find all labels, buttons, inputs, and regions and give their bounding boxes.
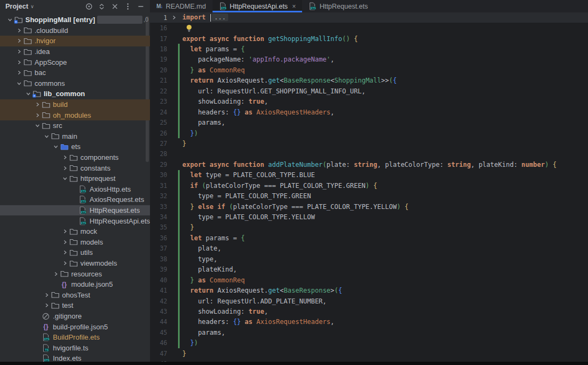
code-line[interactable]: 26 }) — [150, 128, 588, 138]
tree-item-module-json5[interactable]: {}module.json5 — [0, 279, 150, 290]
tree-item-commons[interactable]: commons — [0, 78, 150, 89]
tree-item-src[interactable]: src — [0, 120, 150, 131]
chevron-expanded-icon[interactable] — [60, 174, 69, 183]
project-dropdown[interactable]: Project — [5, 3, 28, 10]
code-line[interactable]: 20 } as CommonReq — [150, 65, 588, 75]
tree-item-lib-common[interactable]: lib_common — [0, 89, 150, 99]
tree-item-httprequestapi-ets[interactable]: ETSHttpRequestApi.ets — [0, 215, 150, 226]
code-line[interactable]: 33 } else if (plateColorType === PLATE_C… — [150, 201, 588, 212]
code-line[interactable]: 34 type = PLATE_COLOR_TYPE.YELLOW — [150, 212, 588, 222]
code-line[interactable]: 25 params, — [150, 117, 588, 127]
tree-item--cloudbuild[interactable]: .cloudbuild — [0, 25, 150, 36]
code-line[interactable]: 32 type = PLATE_COLOR_TYPE.GREEN — [150, 191, 588, 201]
code-line[interactable]: 24 headers: {} as AxiosRequestHeaders, — [150, 107, 588, 117]
chevron-collapsed-icon[interactable] — [60, 259, 69, 268]
chevron-collapsed-icon[interactable] — [42, 290, 51, 299]
fold-chevron-icon[interactable] — [172, 15, 176, 20]
tree-item-build-profile-json5[interactable]: {}build-profile.json5 — [0, 321, 150, 332]
tree-item-shoppingmall-entry-[interactable]: ShoppingMall [entry],0 — [0, 15, 150, 25]
tab-httprequestapi-ets[interactable]: ETSHttpRequestApi.ets× — [213, 0, 303, 12]
tree-item-test[interactable]: test — [0, 300, 150, 311]
tree-item-index-ets[interactable]: ETSIndex.ets — [0, 353, 150, 362]
code-line[interactable]: 46 }) — [150, 338, 588, 348]
chevron-expanded-icon[interactable] — [15, 79, 23, 87]
tree-item-components[interactable]: components — [0, 152, 150, 163]
code-line[interactable]: 18 let params = { — [150, 44, 588, 54]
hide-panel-icon[interactable] — [136, 2, 145, 10]
tree-item-axioshttp-ets[interactable]: ETSAxiosHttp.ets — [0, 184, 150, 195]
code-line[interactable]: 37 plate, — [150, 244, 588, 254]
tree-item--idea[interactable]: .idea — [0, 46, 150, 57]
code-line[interactable]: 45 params, — [150, 327, 588, 337]
chevron-collapsed-icon[interactable] — [51, 269, 60, 278]
code-line[interactable]: 1import ... — [150, 12, 588, 23]
chevron-collapsed-icon[interactable] — [42, 301, 51, 310]
code-line[interactable]: 29export async function addPlateNumber(p… — [150, 159, 588, 170]
tree-item-oh-modules[interactable]: oh_modules — [0, 110, 150, 120]
code-line[interactable]: 19 packageName: 'appInfo.packageName', — [150, 55, 588, 65]
code-line[interactable]: 31 if (plateColorType === PLATE_COLOR_TY… — [150, 180, 588, 191]
tree-item-mock[interactable]: mock — [0, 226, 150, 237]
more-options-icon[interactable] — [124, 2, 132, 10]
tree-item-axiosrequest-ets[interactable]: ETSAxiosRequest.ets — [0, 194, 150, 205]
code-line[interactable]: 41 return AxiosRequest.get<BaseResponse>… — [150, 285, 588, 295]
code-line[interactable]: 40 } as CommonReq — [150, 275, 588, 285]
tree-item-viewmodels[interactable]: viewmodels — [0, 258, 150, 269]
chevron-expanded-icon[interactable] — [42, 132, 51, 140]
chevron-collapsed-icon[interactable] — [60, 164, 69, 172]
tree-item-ohostest[interactable]: ohosTest — [0, 290, 150, 301]
tree-item-httprequest-ets[interactable]: ETSHttpRequest.ets — [0, 205, 150, 216]
code-line[interactable]: 42 url: RequestUrl.ADD_PLATE_NUMBER, — [150, 296, 588, 306]
chevron-collapsed-icon[interactable] — [15, 37, 23, 45]
tree-item-hvigorfile-ts[interactable]: TShvigorfile.ts — [0, 343, 150, 354]
tree-item-models[interactable]: models — [0, 237, 150, 248]
chevron-collapsed-icon[interactable] — [60, 248, 69, 257]
tree-item-httprequest[interactable]: httprequest — [0, 173, 150, 184]
code-line[interactable]: 35 } — [150, 222, 588, 233]
tree-item-buildprofile-ets[interactable]: ETSBuildProfile.ets — [0, 332, 150, 343]
code-line[interactable]: 44 headers: {} as AxiosRequestHeaders, — [150, 317, 588, 327]
code-line[interactable]: 28 — [150, 149, 588, 159]
code-line[interactable]: 30 let type = PLATE_COLOR_TYPE.BLUE — [150, 170, 588, 180]
tree-item-ets[interactable]: ets — [0, 141, 150, 152]
tree-item-resources[interactable]: resources — [0, 268, 150, 279]
code-line[interactable]: 27} — [150, 138, 588, 148]
code-line[interactable]: 47} — [150, 348, 588, 359]
chevron-collapsed-icon[interactable] — [15, 69, 23, 77]
tab-readme-md[interactable]: M↓README.md — [150, 0, 213, 12]
tree-item-appscope[interactable]: AppScope — [0, 57, 150, 67]
code-line[interactable]: 23 showLoading: true, — [150, 97, 588, 107]
collapse-all-icon[interactable] — [111, 2, 119, 10]
chevron-collapsed-icon[interactable] — [60, 153, 69, 162]
code-line[interactable]: 16 — [150, 23, 588, 33]
chevron-collapsed-icon[interactable] — [33, 100, 42, 109]
chevron-collapsed-icon[interactable] — [60, 227, 69, 236]
code-line[interactable]: 38 type, — [150, 254, 588, 264]
tree-item-constants[interactable]: constants — [0, 163, 150, 173]
chevron-expanded-icon[interactable] — [24, 90, 32, 98]
code-line[interactable]: 36 let params = { — [150, 233, 588, 243]
chevron-collapsed-icon[interactable] — [60, 238, 69, 246]
chevron-collapsed-icon[interactable] — [33, 111, 42, 119]
intention-bulb-icon[interactable] — [182, 24, 192, 32]
locate-icon[interactable] — [85, 2, 93, 10]
chevron-expanded-icon[interactable] — [33, 121, 42, 130]
tree-item-bac[interactable]: bac — [0, 67, 150, 78]
code-line[interactable]: 21 return AxiosRequest.get<BaseResponse<… — [150, 76, 588, 86]
expand-all-icon[interactable] — [98, 2, 106, 10]
tree-item-utils[interactable]: utils — [0, 247, 150, 258]
code-line[interactable]: 17export async function getShoppingMallI… — [150, 33, 588, 44]
chevron-collapsed-icon[interactable] — [15, 48, 23, 56]
chevron-collapsed-icon[interactable] — [15, 26, 23, 35]
close-icon[interactable]: × — [292, 3, 296, 10]
chevron-collapsed-icon[interactable] — [15, 58, 23, 66]
tree-item--hvigor[interactable]: .hvigor — [0, 36, 150, 46]
tree-item-build[interactable]: build — [0, 99, 150, 110]
code-line[interactable]: 43 showLoading: true, — [150, 306, 588, 316]
code-line[interactable]: 22 url: RequestUrl.GET_SHOPPING_MALL_INF… — [150, 86, 588, 96]
folded-region[interactable]: ... — [212, 13, 228, 21]
code-editor[interactable]: 1import ...16 17export async function ge… — [150, 12, 588, 362]
tree-item-main[interactable]: main — [0, 131, 150, 142]
tree-item--gitignore[interactable]: .gitignore — [0, 311, 150, 322]
chevron-expanded-icon[interactable] — [51, 143, 60, 151]
